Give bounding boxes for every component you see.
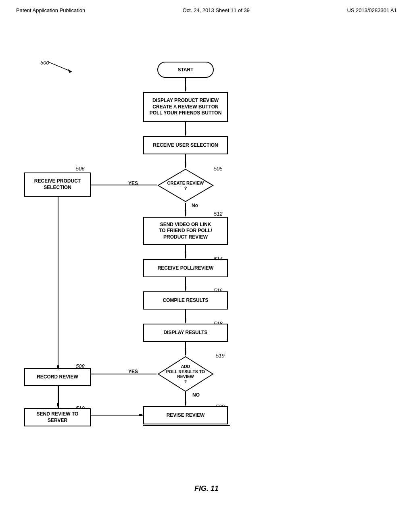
svg-marker-20: [185, 351, 186, 356]
box-506: RECEIVE PRODUCT SELECTION: [24, 172, 91, 197]
svg-marker-7: [185, 163, 186, 168]
box-502: DISPLAY PRODUCT REVIEW CREATE A REVIEW B…: [143, 92, 228, 122]
box-508: RECORD REVIEW: [24, 368, 91, 386]
label-519: 519: [216, 353, 225, 359]
arrow-start-502: [185, 78, 186, 92]
arrow-500: [48, 58, 80, 74]
label-506: 506: [76, 166, 85, 172]
svg-marker-3: [185, 87, 186, 92]
svg-marker-16: [185, 286, 186, 291]
svg-marker-25: [185, 401, 186, 406]
header-center: Oct. 24, 2013 Sheet 11 of 39: [183, 7, 250, 13]
arrow-518-519: [185, 342, 186, 356]
diagram-container: 500 START 502 DISPLAY PRODUCT REVIEW CRE…: [0, 21, 413, 505]
svg-marker-33: [139, 414, 144, 416]
box-516: COMPILE RESULTS: [143, 291, 228, 310]
diamond-519: ADD POLL RESULTS TO REVIEW ?: [157, 356, 214, 392]
arrow-514-516: [185, 277, 186, 291]
arrow-510-right: [90, 414, 144, 416]
arrow-yes-506: [81, 184, 158, 186]
start-box: START: [157, 62, 214, 78]
svg-marker-12: [185, 212, 186, 217]
box-514: RECEIVE POLL/REVIEW: [143, 259, 228, 277]
diamond-505: CREATE REVIEW ?: [157, 168, 214, 203]
svg-marker-14: [185, 254, 186, 259]
box-504: RECEIVE USER SELECTION: [143, 136, 228, 154]
box-520: REVISE REVIEW: [143, 406, 228, 424]
header-left: Patent Application Publication: [16, 7, 85, 13]
arrow-520-left: [143, 424, 232, 436]
box-518: DISPLAY RESULTS: [143, 324, 228, 342]
svg-marker-31: [57, 403, 59, 408]
svg-marker-29: [57, 365, 59, 370]
box-510: SEND REVIEW TO SERVER: [24, 408, 91, 426]
fig-caption: FIG. 11: [194, 484, 219, 493]
arrow-no-520: [185, 392, 186, 406]
box-512: SEND VIDEO OR LINK TO FRIEND FOR POLL/ P…: [143, 217, 228, 245]
label-no-add: NO: [192, 392, 200, 398]
svg-marker-1: [68, 69, 72, 73]
svg-marker-18: [185, 318, 186, 324]
page-header: Patent Application Publication Oct. 24, …: [0, 0, 413, 17]
label-no-create: No: [192, 203, 198, 208]
label-505: 505: [214, 166, 223, 172]
arrow-508-510: [57, 386, 59, 408]
svg-line-0: [48, 62, 72, 72]
arrow-512-514: [185, 245, 186, 259]
arrow-506-508: [57, 197, 59, 370]
header-right: US 2013/0283301 A1: [347, 7, 397, 13]
arrow-502-504: [185, 122, 186, 136]
arrow-504-505: [185, 154, 186, 168]
arrow-no-512: [185, 203, 186, 217]
svg-marker-5: [185, 131, 186, 136]
label-512: 512: [214, 211, 223, 217]
arrow-516-518: [185, 310, 186, 324]
